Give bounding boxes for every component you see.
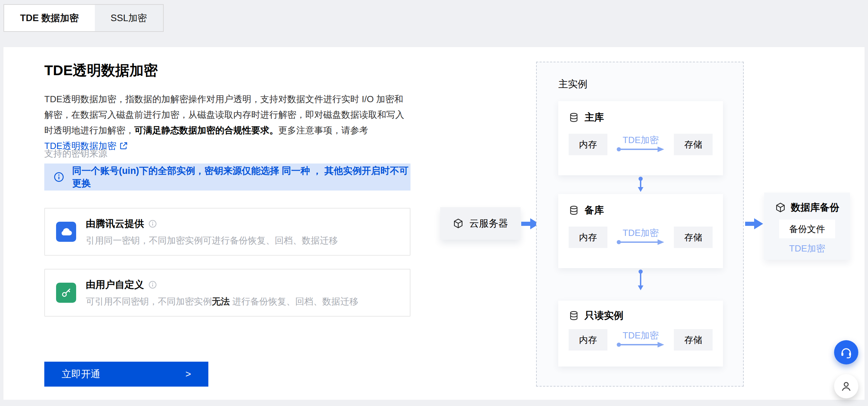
flow-arrow-down-1	[637, 177, 644, 193]
database-icon	[569, 112, 579, 123]
description: TDE透明数据加密，指数据的加解密操作对用户透明，支持对数据文件进行实时 I/O…	[44, 91, 410, 154]
info-banner: 同一个账号(uin)下的全部实例，密钥来源仅能选择 同一种 ， 其他实例开启时不…	[44, 164, 410, 191]
description-more: 更多注意事项，请参考	[278, 125, 368, 135]
key-icon	[56, 283, 76, 303]
primary-instance-label: 主实例	[558, 78, 587, 91]
node-flow: 内存 TDE加密 存储	[569, 134, 713, 155]
node-title: 只读实例	[585, 309, 623, 322]
node-title: 备库	[585, 204, 604, 217]
backup-title: 数据库备份	[791, 201, 839, 214]
flow-arrow-down-2	[637, 270, 644, 291]
tde-panel: TDE透明数据加密 TDE透明数据加密，指数据的加解密操作对用户透明，支持对数据…	[3, 47, 865, 400]
database-icon	[569, 310, 579, 321]
storage-box: 存储	[674, 227, 713, 248]
help-icon[interactable]	[148, 219, 157, 228]
database-backup-node: 数据库备份 备份文件 TDE加密	[764, 193, 850, 260]
option-body: 由腾讯云提供 引用同一密钥，不同加密实例可进行备份恢复、回档、数据迁移	[86, 217, 338, 247]
memory-box: 内存	[569, 329, 607, 351]
info-icon	[53, 171, 64, 183]
flow-arrow-right-2	[745, 217, 763, 231]
backup-tde-label: TDE加密	[789, 242, 825, 255]
memory-box: 内存	[569, 227, 607, 248]
primary-db-card: 主库 内存 TDE加密 存储	[558, 101, 723, 175]
headset-icon	[840, 346, 853, 359]
node-header: 只读实例	[569, 309, 713, 322]
cloud-server-node: 云服务器	[440, 207, 521, 240]
external-link-icon	[119, 141, 128, 150]
node-title: 主库	[585, 111, 604, 124]
tde-arrow-label: TDE加密	[623, 135, 659, 144]
cta-arrow: >	[186, 369, 191, 380]
customer-service-button[interactable]	[834, 374, 858, 398]
storage-box: 存储	[674, 134, 713, 155]
node-flow: 内存 TDE加密 存储	[569, 329, 713, 351]
option-desc-pre: 可引用不同密钥，不同加密实例	[86, 296, 212, 307]
description-bold: 可满足静态数据加密的合规性要求。	[134, 125, 278, 135]
option-user-defined-key[interactable]: 由用户自定义 可引用不同密钥，不同加密实例无法 进行备份恢复、回档、数据迁移	[44, 269, 410, 317]
tde-arrow-label: TDE加密	[623, 228, 659, 237]
option-description: 可引用不同密钥，不同加密实例无法 进行备份恢复、回档、数据迁移	[86, 295, 358, 308]
option-desc-bold: 无法	[212, 296, 230, 307]
page-title: TDE透明数据加密	[44, 61, 158, 80]
tde-arrow-label: TDE加密	[623, 331, 659, 340]
cta-label: 立即开通	[62, 368, 100, 381]
node-header: 备库	[569, 204, 713, 217]
agent-icon	[840, 380, 852, 392]
option-desc-post: 进行备份恢复、回档、数据迁移	[230, 296, 358, 307]
tab-tde-encryption[interactable]: TDE 数据加密	[4, 5, 95, 31]
backup-header: 数据库备份	[775, 201, 839, 214]
option-title-row: 由腾讯云提供	[86, 217, 338, 230]
key-source-label: 支持的密钥来源	[44, 148, 107, 160]
option-title: 由用户自定义	[86, 278, 144, 291]
option-body: 由用户自定义 可引用不同密钥，不同加密实例无法 进行备份恢复、回档、数据迁移	[86, 278, 358, 308]
standby-db-card: 备库 内存 TDE加密 存储	[558, 194, 723, 268]
info-banner-text: 同一个账号(uin)下的全部实例，密钥来源仅能选择 同一种 ， 其他实例开启时不…	[72, 165, 410, 189]
activate-now-button[interactable]: 立即开通 >	[44, 362, 208, 387]
option-title: 由腾讯云提供	[86, 217, 144, 230]
arrow-line-icon	[616, 239, 665, 245]
cloud-icon	[56, 222, 76, 242]
arrow-line-icon	[616, 342, 665, 348]
tde-encrypt-arrow: TDE加密	[616, 228, 665, 245]
primary-instance-group: 主实例 主库 内存 TDE加密 存储	[536, 62, 744, 387]
option-description: 引用同一密钥，不同加密实例可进行备份恢复、回档、数据迁移	[86, 235, 338, 247]
support-chat-button[interactable]	[834, 340, 858, 364]
readonly-instance-card: 只读实例 内存 TDE加密 存储	[558, 301, 723, 367]
node-flow: 内存 TDE加密 存储	[569, 227, 713, 248]
tab-ssl-encryption[interactable]: SSL加密	[95, 5, 163, 31]
backup-file-box: 备份文件	[779, 220, 835, 238]
database-icon	[569, 205, 579, 215]
tab-bar: TDE 数据加密 SSL加密	[3, 4, 164, 32]
tde-encrypt-arrow: TDE加密	[616, 135, 665, 152]
cube-icon	[453, 218, 464, 229]
node-header: 主库	[569, 111, 713, 124]
option-title-row: 由用户自定义	[86, 278, 358, 291]
storage-box: 存储	[674, 329, 713, 351]
help-icon[interactable]	[148, 280, 157, 289]
memory-box: 内存	[569, 134, 607, 155]
arrow-line-icon	[616, 146, 665, 152]
tde-encrypt-arrow: TDE加密	[616, 331, 665, 348]
option-tencent-cloud-key[interactable]: 由腾讯云提供 引用同一密钥，不同加密实例可进行备份恢复、回档、数据迁移	[44, 208, 410, 256]
cloud-server-label: 云服务器	[469, 217, 508, 230]
console-page: TDE 数据加密 SSL加密 TDE透明数据加密 TDE透明数据加密，指数据的加…	[0, 0, 868, 406]
cube-icon	[775, 202, 786, 213]
